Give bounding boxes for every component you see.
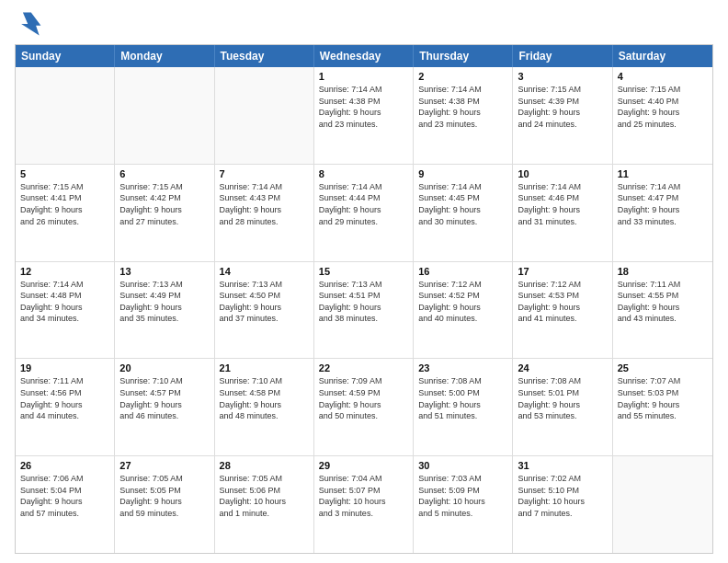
day-info: Sunrise: 7:14 AM Sunset: 4:46 PM Dayligh… <box>518 181 607 227</box>
day-number: 15 <box>319 266 408 277</box>
day-cell-empty-r0c0 <box>16 67 115 164</box>
day-number: 6 <box>119 168 209 179</box>
calendar-row-3: 12Sunrise: 7:14 AM Sunset: 4:48 PM Dayli… <box>16 262 712 360</box>
day-info: Sunrise: 7:04 AM Sunset: 5:07 PM Dayligh… <box>319 473 408 519</box>
calendar-row-2: 5Sunrise: 7:15 AM Sunset: 4:41 PM Daylig… <box>16 165 712 262</box>
day-cell-17: 17Sunrise: 7:12 AM Sunset: 4:53 PM Dayli… <box>513 262 612 359</box>
day-number: 26 <box>20 460 109 471</box>
logo <box>15 9 48 39</box>
day-info: Sunrise: 7:11 AM Sunset: 4:56 PM Dayligh… <box>20 375 109 421</box>
day-number: 24 <box>518 362 607 373</box>
day-number: 7 <box>220 168 309 179</box>
day-cell-16: 16Sunrise: 7:12 AM Sunset: 4:52 PM Dayli… <box>414 262 513 359</box>
day-cell-23: 23Sunrise: 7:08 AM Sunset: 5:00 PM Dayli… <box>414 359 513 455</box>
page: SundayMondayTuesdayWednesdayThursdayFrid… <box>0 0 728 563</box>
day-cell-31: 31Sunrise: 7:02 AM Sunset: 5:10 PM Dayli… <box>513 456 612 553</box>
day-info: Sunrise: 7:02 AM Sunset: 5:10 PM Dayligh… <box>518 473 607 519</box>
day-cell-29: 29Sunrise: 7:04 AM Sunset: 5:07 PM Dayli… <box>314 456 414 553</box>
day-info: Sunrise: 7:05 AM Sunset: 5:06 PM Dayligh… <box>220 473 309 519</box>
day-info: Sunrise: 7:15 AM Sunset: 4:41 PM Dayligh… <box>20 181 109 227</box>
day-info: Sunrise: 7:12 AM Sunset: 4:53 PM Dayligh… <box>518 279 607 325</box>
day-cell-25: 25Sunrise: 7:07 AM Sunset: 5:03 PM Dayli… <box>613 359 712 455</box>
day-number: 19 <box>20 362 109 373</box>
day-cell-4: 4Sunrise: 7:15 AM Sunset: 4:40 PM Daylig… <box>613 67 712 164</box>
day-cell-5: 5Sunrise: 7:15 AM Sunset: 4:41 PM Daylig… <box>16 165 115 261</box>
day-number: 14 <box>220 266 309 277</box>
day-info: Sunrise: 7:14 AM Sunset: 4:38 PM Dayligh… <box>319 84 408 130</box>
day-info: Sunrise: 7:15 AM Sunset: 4:42 PM Dayligh… <box>119 181 209 227</box>
day-number: 10 <box>518 168 607 179</box>
day-info: Sunrise: 7:13 AM Sunset: 4:49 PM Dayligh… <box>119 279 209 325</box>
header <box>15 9 713 39</box>
day-info: Sunrise: 7:08 AM Sunset: 5:00 PM Dayligh… <box>418 375 507 421</box>
day-cell-19: 19Sunrise: 7:11 AM Sunset: 4:56 PM Dayli… <box>16 359 115 455</box>
day-cell-13: 13Sunrise: 7:13 AM Sunset: 4:49 PM Dayli… <box>115 262 214 359</box>
weekday-header-saturday: Saturday <box>613 45 712 67</box>
day-number: 18 <box>618 266 708 277</box>
day-cell-3: 3Sunrise: 7:15 AM Sunset: 4:39 PM Daylig… <box>513 67 612 164</box>
weekday-header-sunday: Sunday <box>16 45 115 67</box>
day-cell-empty-r4c6 <box>613 456 712 553</box>
calendar-body: 1Sunrise: 7:14 AM Sunset: 4:38 PM Daylig… <box>16 67 712 553</box>
day-cell-14: 14Sunrise: 7:13 AM Sunset: 4:50 PM Dayli… <box>215 262 314 359</box>
svg-marker-0 <box>21 13 40 36</box>
day-cell-20: 20Sunrise: 7:10 AM Sunset: 4:57 PM Dayli… <box>115 359 214 455</box>
weekday-header-tuesday: Tuesday <box>215 45 314 67</box>
day-info: Sunrise: 7:03 AM Sunset: 5:09 PM Dayligh… <box>418 473 507 519</box>
day-number: 30 <box>418 460 507 471</box>
calendar-header: SundayMondayTuesdayWednesdayThursdayFrid… <box>16 45 712 67</box>
day-info: Sunrise: 7:12 AM Sunset: 4:52 PM Dayligh… <box>418 279 507 325</box>
day-cell-8: 8Sunrise: 7:14 AM Sunset: 4:44 PM Daylig… <box>314 165 414 261</box>
day-number: 16 <box>418 266 507 277</box>
day-cell-21: 21Sunrise: 7:10 AM Sunset: 4:58 PM Dayli… <box>215 359 314 455</box>
day-cell-2: 2Sunrise: 7:14 AM Sunset: 4:38 PM Daylig… <box>414 67 513 164</box>
weekday-header-wednesday: Wednesday <box>314 45 414 67</box>
day-cell-9: 9Sunrise: 7:14 AM Sunset: 4:45 PM Daylig… <box>414 165 513 261</box>
day-cell-26: 26Sunrise: 7:06 AM Sunset: 5:04 PM Dayli… <box>16 456 115 553</box>
day-info: Sunrise: 7:10 AM Sunset: 4:57 PM Dayligh… <box>119 375 209 421</box>
day-info: Sunrise: 7:09 AM Sunset: 4:59 PM Dayligh… <box>319 375 408 421</box>
day-info: Sunrise: 7:11 AM Sunset: 4:55 PM Dayligh… <box>618 279 708 325</box>
day-number: 9 <box>418 168 507 179</box>
day-info: Sunrise: 7:14 AM Sunset: 4:43 PM Dayligh… <box>220 181 309 227</box>
day-info: Sunrise: 7:13 AM Sunset: 4:50 PM Dayligh… <box>220 279 309 325</box>
day-number: 3 <box>518 71 607 82</box>
day-cell-7: 7Sunrise: 7:14 AM Sunset: 4:43 PM Daylig… <box>215 165 314 261</box>
day-number: 17 <box>518 266 607 277</box>
day-cell-18: 18Sunrise: 7:11 AM Sunset: 4:55 PM Dayli… <box>613 262 712 359</box>
day-number: 20 <box>119 362 209 373</box>
day-cell-11: 11Sunrise: 7:14 AM Sunset: 4:47 PM Dayli… <box>613 165 712 261</box>
weekday-header-friday: Friday <box>513 45 612 67</box>
calendar-row-1: 1Sunrise: 7:14 AM Sunset: 4:38 PM Daylig… <box>16 67 712 165</box>
day-number: 21 <box>220 362 309 373</box>
day-info: Sunrise: 7:05 AM Sunset: 5:05 PM Dayligh… <box>119 473 209 519</box>
day-number: 13 <box>119 266 209 277</box>
day-number: 1 <box>319 71 408 82</box>
calendar: SundayMondayTuesdayWednesdayThursdayFrid… <box>15 44 713 554</box>
day-info: Sunrise: 7:08 AM Sunset: 5:01 PM Dayligh… <box>518 375 607 421</box>
day-cell-28: 28Sunrise: 7:05 AM Sunset: 5:06 PM Dayli… <box>215 456 314 553</box>
logo-icon <box>15 9 44 39</box>
day-info: Sunrise: 7:15 AM Sunset: 4:39 PM Dayligh… <box>518 84 607 130</box>
day-number: 12 <box>20 266 109 277</box>
day-info: Sunrise: 7:14 AM Sunset: 4:48 PM Dayligh… <box>20 279 109 325</box>
weekday-header-thursday: Thursday <box>414 45 513 67</box>
day-number: 11 <box>618 168 708 179</box>
calendar-row-5: 26Sunrise: 7:06 AM Sunset: 5:04 PM Dayli… <box>16 456 712 553</box>
weekday-header-monday: Monday <box>115 45 214 67</box>
day-info: Sunrise: 7:10 AM Sunset: 4:58 PM Dayligh… <box>220 375 309 421</box>
day-cell-27: 27Sunrise: 7:05 AM Sunset: 5:05 PM Dayli… <box>115 456 214 553</box>
day-cell-15: 15Sunrise: 7:13 AM Sunset: 4:51 PM Dayli… <box>314 262 414 359</box>
day-number: 27 <box>119 460 209 471</box>
day-cell-1: 1Sunrise: 7:14 AM Sunset: 4:38 PM Daylig… <box>314 67 414 164</box>
day-cell-30: 30Sunrise: 7:03 AM Sunset: 5:09 PM Dayli… <box>414 456 513 553</box>
day-info: Sunrise: 7:14 AM Sunset: 4:45 PM Dayligh… <box>418 181 507 227</box>
day-info: Sunrise: 7:13 AM Sunset: 4:51 PM Dayligh… <box>319 279 408 325</box>
day-cell-10: 10Sunrise: 7:14 AM Sunset: 4:46 PM Dayli… <box>513 165 612 261</box>
day-info: Sunrise: 7:15 AM Sunset: 4:40 PM Dayligh… <box>618 84 708 130</box>
day-number: 25 <box>618 362 708 373</box>
day-cell-6: 6Sunrise: 7:15 AM Sunset: 4:42 PM Daylig… <box>115 165 214 261</box>
day-number: 8 <box>319 168 408 179</box>
day-cell-empty-r0c1 <box>115 67 214 164</box>
day-number: 28 <box>220 460 309 471</box>
